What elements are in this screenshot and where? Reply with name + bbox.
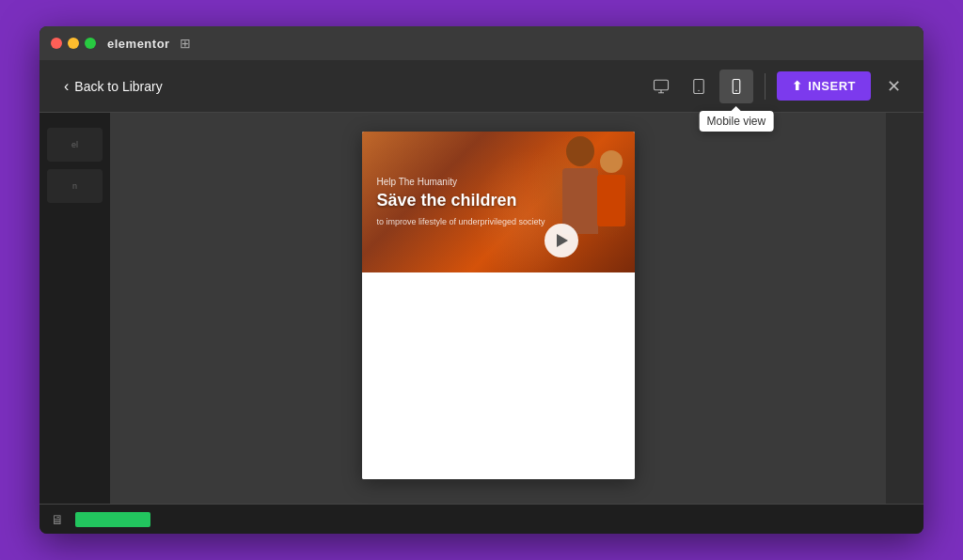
play-button[interactable] — [545, 224, 578, 257]
insert-button[interactable]: ⬆ INSERT — [777, 71, 871, 101]
browser-window: elementor ⊞ ‹ Back to Library — [39, 26, 924, 534]
toolbar: ‹ Back to Library — [39, 60, 924, 113]
grid-icon: ⊞ — [180, 36, 191, 51]
close-traffic-light[interactable] — [51, 38, 62, 49]
mobile-view-tooltip: Mobile view — [699, 111, 773, 132]
back-label: Back to Library — [74, 79, 162, 94]
preview-description: to improve lifestyle of underprivileged … — [377, 216, 620, 228]
right-sidebar — [886, 113, 924, 504]
maximize-traffic-light[interactable] — [85, 38, 96, 49]
child-head-2 — [600, 150, 623, 173]
svg-rect-0 — [654, 80, 668, 90]
traffic-lights — [51, 38, 96, 49]
desktop-icon — [653, 78, 670, 95]
tablet-view-button[interactable] — [682, 70, 716, 103]
preview-image: Help The Humanity Säve the children to i… — [362, 132, 635, 272]
mobile-icon — [728, 78, 745, 95]
preview-title: Säve the children — [377, 191, 620, 210]
sidebar-item-1: el — [47, 128, 103, 162]
insert-label: INSERT — [808, 79, 856, 93]
close-button[interactable]: ✕ — [878, 71, 908, 101]
svg-point-2 — [698, 89, 700, 91]
back-to-library-button[interactable]: ‹ Back to Library — [55, 72, 172, 101]
mobile-view-button[interactable]: Mobile view — [719, 70, 753, 103]
desktop-view-button[interactable] — [644, 70, 678, 103]
sidebar-item-2: n — [47, 169, 103, 203]
close-icon: ✕ — [887, 76, 901, 97]
preview-text: Help The Humanity Säve the children to i… — [377, 177, 620, 228]
content-area: el n — [39, 113, 924, 504]
preview-card: Help The Humanity Säve the children to i… — [362, 132, 635, 479]
preview-content — [362, 272, 635, 479]
child-head-1 — [566, 136, 594, 166]
main-area: ‹ Back to Library — [39, 60, 924, 534]
svg-point-4 — [735, 89, 737, 91]
back-arrow-icon: ‹ — [64, 78, 69, 95]
play-triangle-icon — [557, 234, 568, 247]
tablet-icon — [690, 78, 707, 95]
preview-area: Help The Humanity Säve the children to i… — [110, 113, 886, 504]
bottom-monitor-icon: 🖥 — [51, 512, 64, 527]
title-bar: elementor ⊞ — [39, 26, 924, 60]
bottom-green-bar — [75, 512, 150, 527]
bottom-bar: 🖥 — [39, 504, 924, 534]
left-sidebar: el n — [39, 113, 110, 504]
toolbar-divider — [765, 73, 766, 100]
insert-up-icon: ⬆ — [792, 79, 803, 93]
preview-subtitle: Help The Humanity — [377, 177, 620, 187]
view-icons: Mobile view — [644, 70, 753, 103]
app-logo: elementor — [107, 37, 170, 51]
minimize-traffic-light[interactable] — [68, 38, 79, 49]
